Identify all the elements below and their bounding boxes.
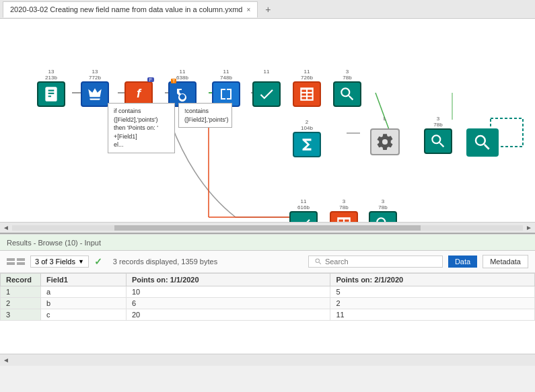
table-cell: 10 [126,286,330,298]
binoculars-right-icon [429,132,447,150]
grid-icon2 [17,258,25,261]
node-saw[interactable]: L [370,116,400,155]
saw-icon [376,132,394,151]
node-formula[interactable]: f F [124,69,153,107]
table-row: 2b62 [1,298,535,309]
select-icon [86,85,104,103]
node-binoculars-far[interactable] [466,116,499,157]
node-input[interactable]: 13213b [37,69,65,107]
table-body: 1a1052b623c2011 [1,286,535,321]
join-top-icon [174,86,190,102]
grid-icon3 [7,262,15,265]
table-cell: 2 [1,298,41,309]
node-sum[interactable]: 2104b [293,120,321,157]
connector-lines [0,19,535,233]
tab-close-button[interactable]: × [246,6,250,13]
table-cell: 3 [1,309,41,321]
search-box[interactable] [308,256,443,268]
binoculars-far-icon [472,132,493,153]
canvas-scroll-bottom: ◄ ► [0,222,535,233]
results-header-text: Results - Browse (10) - Input [7,239,101,247]
check-mark: ✓ [94,256,102,267]
records-info: 3 records displayed, 1359 bytes [113,258,303,266]
table-cell: c [41,309,127,321]
tab-bar: 2020-03-02 Creating new field name from … [0,0,535,19]
col-points-feb: Points on: 2/1/2020 [330,274,535,286]
fields-label: 3 of 3 Fields [35,258,75,266]
data-button[interactable]: Data [448,256,477,268]
table-cell: 5 [330,286,535,298]
scroll-right-arrow[interactable]: ► [526,224,532,231]
formula-tooltip-1: if contains ([Field2],'points') then 'Po… [108,103,175,153]
node-binoculars-right[interactable]: 378b [424,116,452,154]
node-join2[interactable]: 11748b [212,69,240,107]
table-cell: 6 [126,298,330,309]
sum-icon [298,136,316,153]
scroll-left-arrow[interactable]: ◄ [3,224,9,231]
table-cell: 1 [1,286,41,298]
formula-tooltip-2: !contains ([Field2],'points') [178,103,232,128]
tab-add-button[interactable]: + [260,2,275,17]
bottom-scroll-bar: ◄ [0,354,535,366]
table-cell: a [41,286,127,298]
table-row: 1a105 [1,286,535,298]
data-table: Record Field1 Points on: 1/1/2020 Points… [0,273,535,321]
dropdown-arrow: ▼ [78,258,84,265]
table-cell: 20 [126,309,330,321]
results-toolbar: 3 of 3 Fields ▼ ✓ 3 records displayed, 1… [0,251,535,273]
check1-icon [258,85,275,103]
bottom-scroll-left[interactable]: ◄ [3,356,9,364]
col-record: Record [1,274,41,286]
fields-selector[interactable]: 3 of 3 Fields ▼ [30,256,89,268]
results-header: Results - Browse (10) - Input [0,235,535,251]
grid-icon4 [17,262,25,265]
col-points-jan: Points on: 1/1/2020 [126,274,330,286]
table-cell: 11 [330,309,535,321]
table-cell: b [41,298,127,309]
table-header-row: Record Field1 Points on: 1/1/2020 Points… [1,274,535,286]
metadata-button[interactable]: Metadata [483,255,528,268]
node-browse1[interactable]: 378b [333,69,361,107]
data-table-wrap: Record Field1 Points on: 1/1/2020 Points… [0,273,535,354]
grid-icon [7,258,15,261]
node-select[interactable]: 13772b [81,69,109,107]
table-row: 3c2011 [1,309,535,321]
tab-title: 2020-03-02 Creating new field name from … [10,5,242,13]
results-panel: Results - Browse (10) - Input 3 of 3 Fie… [0,234,535,366]
toolbar-icon-row1 [7,258,25,261]
col-field1: Field1 [41,274,127,286]
toolbar-left-icons [7,258,25,265]
tab-item[interactable]: 2020-03-02 Creating new field name from … [3,1,258,17]
search-icon [314,258,322,266]
browse1-icon [338,85,356,103]
toolbar-icon-row2 [7,262,25,265]
table-cell: 2 [330,298,535,309]
table1-icon [298,85,316,103]
node-table1[interactable]: 11726b [293,69,321,107]
book-icon [42,85,60,103]
canvas-area: 13213b 13772b f F if contains ([Field2],… [0,19,535,234]
join2-icon [218,86,234,102]
search-input[interactable] [325,258,433,266]
node-check1[interactable]: 11 [252,69,281,107]
node-join-top[interactable]: 11638b T [168,69,197,107]
formula-icon: f [137,87,141,101]
